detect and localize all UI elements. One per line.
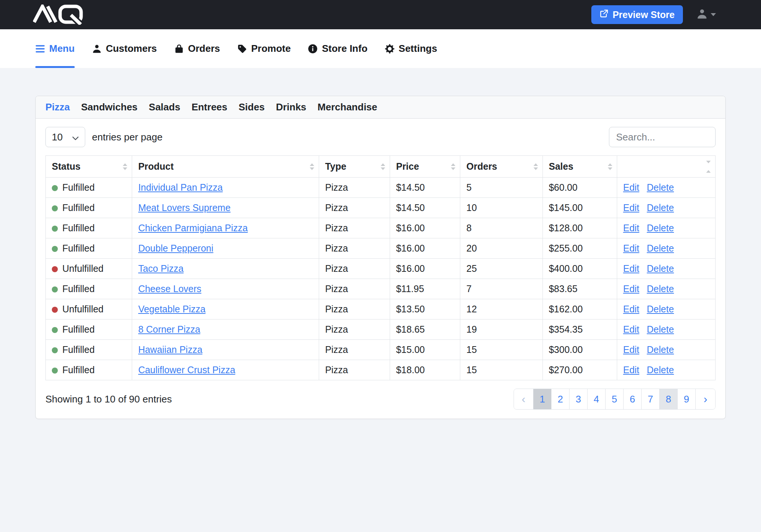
price-cell: $16.00 (390, 238, 460, 259)
pagination-page-4[interactable]: 4 (588, 389, 606, 409)
sales-cell: $400.00 (542, 259, 617, 279)
tab-merchandise[interactable]: Merchandise (318, 101, 377, 113)
price-cell: $14.50 (390, 198, 460, 218)
status-dot-icon (52, 307, 58, 313)
type-cell: Pizza (319, 259, 390, 279)
column-header-product[interactable]: Product (132, 156, 319, 178)
account-menu[interactable] (696, 8, 716, 21)
top-bar: AIQ Preview Store (0, 0, 761, 29)
status-dot-icon (52, 185, 58, 191)
delete-link[interactable]: Delete (647, 304, 674, 314)
column-header-sales[interactable]: Sales (542, 156, 617, 178)
search-input[interactable] (609, 127, 716, 147)
nav-item-customers[interactable]: Customers (92, 29, 157, 68)
product-link[interactable]: Cauliflower Crust Pizza (138, 365, 235, 375)
orders-cell: 19 (460, 320, 542, 340)
edit-link[interactable]: Edit (623, 283, 639, 294)
actions-cell: EditDelete (617, 198, 715, 218)
edit-link[interactable]: Edit (623, 202, 639, 213)
nav-item-promote[interactable]: Promote (237, 29, 291, 68)
tab-salads[interactable]: Salads (149, 101, 180, 113)
sort-arrows-icon (381, 163, 385, 170)
pagination-page-9[interactable]: 9 (678, 389, 696, 409)
product-link[interactable]: Meat Lovers Supreme (138, 202, 231, 213)
pagination-page-2[interactable]: 2 (552, 389, 570, 409)
tab-sandwiches[interactable]: Sandwiches (81, 101, 137, 113)
delete-link[interactable]: Delete (647, 263, 674, 274)
sort-arrows-icon (533, 163, 538, 170)
pagination-next-button[interactable]: › (696, 389, 715, 409)
status-label: Fulfilled (62, 223, 95, 233)
logo: AIQ (33, 5, 97, 25)
tab-entrees[interactable]: Entrees (191, 101, 227, 113)
pagination-page-6[interactable]: 6 (624, 389, 642, 409)
tab-drinks[interactable]: Drinks (276, 101, 306, 113)
pagination-page-3[interactable]: 3 (570, 389, 588, 409)
tab-sides[interactable]: Sides (239, 101, 265, 113)
pagination-page-1[interactable]: 1 (533, 389, 552, 409)
status-cell: Fulfilled (46, 238, 132, 259)
product-link[interactable]: Hawaiian Pizza (138, 344, 202, 355)
nav-item-menu[interactable]: Menu (35, 29, 75, 68)
price-cell: $16.00 (390, 218, 460, 238)
orders-cell: 15 (460, 340, 542, 360)
status-dot-icon (52, 286, 58, 292)
pagination-prev-button[interactable]: ‹ (514, 389, 533, 409)
nav-item-store-info[interactable]: Store Info (308, 29, 367, 68)
delete-link[interactable]: Delete (647, 202, 674, 213)
product-link[interactable]: Individual Pan Pizza (138, 182, 223, 193)
delete-link[interactable]: Delete (647, 223, 674, 233)
column-header-status[interactable]: Status (46, 156, 132, 178)
edit-link[interactable]: Edit (623, 324, 639, 335)
product-link[interactable]: 8 Corner Pizza (138, 324, 200, 335)
edit-link[interactable]: Edit (623, 223, 639, 233)
nav-item-orders[interactable]: Orders (174, 29, 220, 68)
delete-link[interactable]: Delete (647, 344, 674, 355)
product-link[interactable]: Chicken Parmigiana Pizza (138, 223, 248, 233)
table-row: Fulfilled Hawaiian Pizza Pizza $15.00 15… (46, 340, 716, 360)
column-header-orders[interactable]: Orders (460, 156, 542, 178)
column-header-type[interactable]: Type (319, 156, 390, 178)
status-cell: Unfulfilled (46, 259, 132, 279)
column-header-actions[interactable] (617, 156, 715, 178)
edit-link[interactable]: Edit (623, 344, 639, 355)
delete-link[interactable]: Delete (647, 243, 674, 253)
pagination-page-8[interactable]: 8 (660, 389, 678, 409)
edit-link[interactable]: Edit (623, 365, 639, 375)
product-link[interactable]: Vegetable Pizza (138, 304, 205, 314)
tab-pizza[interactable]: Pizza (45, 101, 70, 113)
product-link[interactable]: Double Pepperoni (138, 243, 213, 253)
actions-cell: EditDelete (617, 279, 715, 299)
product-cell: Hawaiian Pizza (132, 340, 319, 360)
status-label: Fulfilled (62, 365, 95, 375)
product-link[interactable]: Cheese Lovers (138, 283, 201, 294)
edit-link[interactable]: Edit (623, 243, 639, 253)
preview-store-button[interactable]: Preview Store (591, 5, 683, 24)
entries-summary: Showing 1 to 10 of 90 entries (45, 393, 172, 405)
entries-per-page-select[interactable]: 10 (45, 127, 85, 147)
page: AIQ Preview Store (0, 0, 761, 532)
delete-link[interactable]: Delete (647, 283, 674, 294)
edit-link[interactable]: Edit (623, 304, 639, 314)
status-cell: Fulfilled (46, 360, 132, 380)
pagination-page-7[interactable]: 7 (642, 389, 660, 409)
type-cell: Pizza (319, 360, 390, 380)
nav-item-settings[interactable]: Settings (385, 29, 437, 68)
delete-link[interactable]: Delete (647, 365, 674, 375)
sort-arrows-icon (608, 163, 612, 170)
edit-link[interactable]: Edit (623, 182, 639, 193)
pagination-page-5[interactable]: 5 (606, 389, 624, 409)
tag-icon (237, 44, 247, 54)
sort-arrows-icon (310, 163, 314, 170)
product-cell: Double Pepperoni (132, 238, 319, 259)
orders-cell: 12 (460, 299, 542, 320)
product-link[interactable]: Taco Pizza (138, 263, 184, 274)
actions-cell: EditDelete (617, 259, 715, 279)
status-dot-icon (52, 327, 58, 333)
delete-link[interactable]: Delete (647, 324, 674, 335)
sales-cell: $60.00 (542, 178, 617, 198)
column-header-price[interactable]: Price (390, 156, 460, 178)
edit-link[interactable]: Edit (623, 263, 639, 274)
delete-link[interactable]: Delete (647, 182, 674, 193)
product-cell: Vegetable Pizza (132, 299, 319, 320)
